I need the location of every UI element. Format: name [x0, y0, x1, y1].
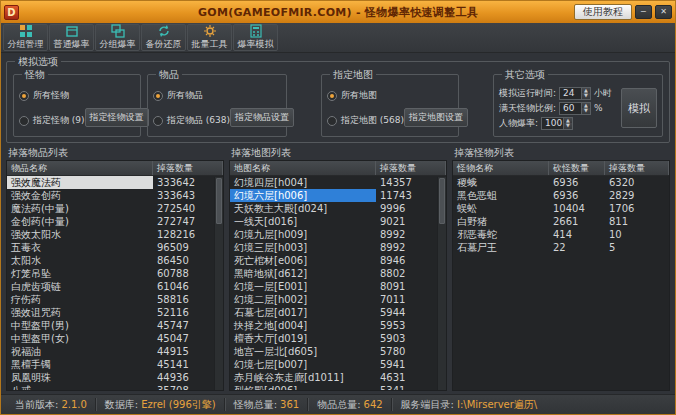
list-row[interactable]: 檀香大厅[d019]5903: [230, 332, 446, 345]
list-row[interactable]: 强效魔法药333642: [7, 176, 223, 189]
list-row[interactable]: 灯笼吊坠60788: [7, 267, 223, 280]
radio-icon[interactable]: [327, 91, 337, 101]
scrollbar[interactable]: [214, 177, 223, 390]
list-row[interactable]: 地宫一层北[d605]5780: [230, 345, 446, 358]
list-row[interactable]: 幻境六层[h006]11743: [230, 189, 446, 202]
runtime-unit: 小时: [594, 87, 612, 100]
radio-icon[interactable]: [19, 116, 29, 126]
list-row[interactable]: 稷蛾69366320: [453, 176, 669, 189]
list-cell: 八戒: [7, 384, 153, 390]
column-header[interactable]: 掉落数量: [605, 161, 669, 175]
ratio-stepper[interactable]: 60 ▲▼: [559, 102, 591, 115]
drop-item-table: 物品名称 掉落数量 强效魔法药333642强效金创药333643魔法药(中量)2…: [6, 160, 224, 391]
spinner-down-icon[interactable]: ▼: [564, 123, 572, 129]
list-row[interactable]: 幻境二层[h002]7011: [230, 293, 446, 306]
list-row[interactable]: 强效诅咒药52116: [7, 306, 223, 319]
list-row[interactable]: 祝福油44915: [7, 345, 223, 358]
tutorial-button[interactable]: 使用教程: [574, 4, 632, 20]
list-row[interactable]: 白虎齿项链61046: [7, 280, 223, 293]
toolbar-button-group-rate[interactable]: 分组爆率: [95, 24, 140, 51]
list-row[interactable]: 一线天[d016]9021: [230, 215, 446, 228]
radio-icon[interactable]: [327, 116, 337, 126]
list-row[interactable]: 魔法药(中量)272540: [7, 202, 223, 215]
spinner-down-icon[interactable]: ▼: [582, 93, 590, 99]
scrollbar[interactable]: [437, 177, 446, 390]
list-row[interactable]: 中型盔甲(女)45047: [7, 332, 223, 345]
radio-icon[interactable]: [19, 91, 29, 101]
specify-monster-settings-button[interactable]: 指定怪物设置: [85, 108, 149, 127]
column-header[interactable]: 砍怪数量: [549, 161, 605, 175]
minimize-icon[interactable]: ─: [635, 5, 652, 19]
list-row[interactable]: 疗伤药58816: [7, 293, 223, 306]
list-row[interactable]: 五毒衣96509: [7, 241, 223, 254]
radio-specified-maps[interactable]: 指定地图 (568): [327, 114, 404, 128]
specify-map-settings-button[interactable]: 指定地图设置: [404, 108, 468, 127]
list-row[interactable]: 黑暗地狱[d612]8802: [230, 267, 446, 280]
list-row[interactable]: 死亡棺材[e006]8946: [230, 254, 446, 267]
radio-specified-monsters[interactable]: 指定怪物 (9): [19, 114, 85, 128]
runtime-stepper[interactable]: 24 ▲▼: [559, 87, 591, 100]
list-cell: 疗伤药: [7, 293, 153, 306]
list-row[interactable]: 幻境七层[b007]5941: [230, 358, 446, 371]
list-row[interactable]: 邪恶毒蛇41410: [453, 228, 669, 241]
scrollbar-thumb[interactable]: [216, 178, 222, 224]
list-row[interactable]: 强效太阳水128216: [7, 228, 223, 241]
list-cell: 10: [605, 228, 669, 241]
list-cell: 272747: [153, 215, 223, 228]
toolbar-button-rate-simulate[interactable]: 爆率模拟: [233, 24, 278, 51]
radio-all-maps[interactable]: 所有地图: [327, 89, 404, 103]
list-cell: 太阳水: [7, 254, 153, 267]
drop-map-panel: 掉落地图列表 地图名称 掉落数量 幻境四层[h004]14357幻境六层[h00…: [229, 146, 447, 391]
list-row[interactable]: 赤月峡谷东走廊[d1011]4631: [230, 371, 446, 384]
list-row[interactable]: 蜈蚣104041706: [453, 202, 669, 215]
rate-simulate-icon: [249, 24, 263, 37]
group-manage-icon: [19, 24, 33, 37]
toolbar-button-normal-rate[interactable]: 普通爆率: [49, 24, 94, 51]
radio-specified-items[interactable]: 指定物品 (638): [153, 114, 230, 128]
list-row[interactable]: 抉择之地[d004]5953: [230, 319, 446, 332]
toolbar-button-backup-restore[interactable]: 备份还原: [141, 24, 186, 51]
list-row[interactable]: 石墓尸王225: [453, 241, 669, 254]
radio-all-items[interactable]: 所有物品: [153, 89, 230, 103]
list-row[interactable]: 天妖教主大殿[d024]9996: [230, 202, 446, 215]
column-header[interactable]: 掉落数量: [153, 161, 223, 175]
list-row[interactable]: 太阳水86450: [7, 254, 223, 267]
list-row[interactable]: 凤凰明珠44936: [7, 371, 223, 384]
toolbar-button-group-manage[interactable]: 分组管理: [3, 24, 48, 51]
radio-icon[interactable]: [153, 91, 163, 101]
radio-icon[interactable]: [153, 116, 163, 126]
list-row[interactable]: 幻境四层[h004]14357: [230, 176, 446, 189]
column-header[interactable]: 掉落数量: [376, 161, 446, 175]
column-header[interactable]: 怪物名称: [453, 161, 549, 175]
specify-item-settings-button[interactable]: 指定物品设置: [230, 108, 294, 127]
player-rate-stepper[interactable]: 100 ▲▼: [541, 117, 573, 130]
list-row[interactable]: 幻境一层[E001]8091: [230, 280, 446, 293]
simulate-button[interactable]: 模拟: [621, 88, 657, 128]
list-cell: 8802: [376, 267, 446, 280]
list-row[interactable]: 幻境三层[h003]8992: [230, 241, 446, 254]
list-row[interactable]: 幻境九层[h009]8992: [230, 228, 446, 241]
scrollbar-thumb[interactable]: [439, 178, 445, 224]
list-row[interactable]: 金创药(中量)272747: [7, 215, 223, 228]
monster-options-group: 怪物 所有怪物 指定怪物 (9) 指定怪物设置: [13, 74, 141, 137]
list-row[interactable]: 石墓七层[d017]5944: [230, 306, 446, 319]
list-cell: 天妖教主大殿[d024]: [230, 202, 376, 215]
list-row[interactable]: 黑檀手镯45141: [7, 358, 223, 371]
list-row[interactable]: 强效金创药333643: [7, 189, 223, 202]
column-header[interactable]: 物品名称: [7, 161, 153, 175]
list-cell: 强效太阳水: [7, 228, 153, 241]
list-cell: 幻境九层[h009]: [230, 228, 376, 241]
toolbar-button-batch-tools[interactable]: 批量工具: [187, 24, 232, 51]
column-header[interactable]: 地图名称: [230, 161, 376, 175]
list-cell: 抉择之地[d004]: [230, 319, 376, 332]
drop-map-table: 地图名称 掉落数量 幻境四层[h004]14357幻境六层[h006]11743…: [229, 160, 447, 391]
list-row[interactable]: 中型盔甲(男)45747: [7, 319, 223, 332]
close-icon[interactable]: ✕: [655, 5, 672, 19]
list-row[interactable]: 八戒35708: [7, 384, 223, 390]
list-row[interactable]: 烈焰殿[d006]5341: [230, 384, 446, 390]
spinner-down-icon[interactable]: ▼: [582, 108, 590, 114]
list-row[interactable]: 黑色恶蛆69362829: [453, 189, 669, 202]
list-row[interactable]: 白野猪2661811: [453, 215, 669, 228]
list-cell: 96509: [153, 241, 223, 254]
radio-all-monsters[interactable]: 所有怪物: [19, 89, 85, 103]
